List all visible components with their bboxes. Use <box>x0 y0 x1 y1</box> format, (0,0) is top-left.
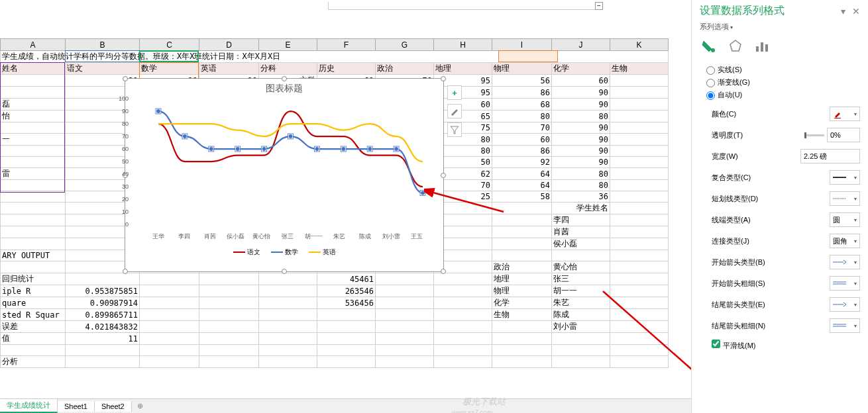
cell[interactable] <box>610 180 669 191</box>
cell[interactable]: 90 <box>552 157 610 168</box>
chart-add-element-button[interactable]: + <box>447 85 462 100</box>
radio-solid-line[interactable]: 实线(S) <box>706 65 860 75</box>
cell[interactable] <box>610 99 669 111</box>
analysis-label[interactable]: 分析 <box>1 356 66 368</box>
cell[interactable] <box>492 226 552 238</box>
col-header-J[interactable]: J <box>552 39 610 51</box>
cell[interactable]: 70 <box>492 122 552 134</box>
cell[interactable]: 李四 <box>552 214 610 226</box>
cell[interactable]: 90 <box>552 99 610 111</box>
arrow-end-size-dropdown[interactable]: ▾ <box>830 318 860 333</box>
cell[interactable]: 90 <box>552 122 610 134</box>
chart-title[interactable]: 图表标题 <box>125 79 443 99</box>
cell[interactable] <box>492 238 552 250</box>
col-header-E[interactable]: E <box>259 39 317 51</box>
col-header-H[interactable]: H <box>434 39 492 51</box>
cell[interactable]: 侯小磊 <box>552 238 610 250</box>
col-header-K[interactable]: K <box>610 39 669 51</box>
sheet-tab[interactable]: Sheet2 <box>95 401 132 412</box>
col-header-G[interactable]: G <box>376 39 434 51</box>
sheet-tab-active[interactable]: 学生成绩统计 <box>0 399 58 413</box>
cell[interactable]: 36 <box>552 191 610 203</box>
chart-lines[interactable] <box>145 99 430 231</box>
column-header[interactable]: 历史 <box>317 63 376 75</box>
column-header[interactable]: 姓名 <box>1 63 66 75</box>
resize-handle[interactable] <box>441 173 446 178</box>
arrow-end-type-dropdown[interactable]: ▾ <box>830 297 860 312</box>
width-input[interactable] <box>800 149 860 163</box>
dash-dropdown[interactable]: ▾ <box>830 191 860 206</box>
cell[interactable] <box>610 134 669 146</box>
cell[interactable] <box>610 87 669 99</box>
smooth-line-checkbox[interactable]: 平滑线(M) <box>712 342 756 349</box>
cell[interactable]: 92 <box>492 157 552 168</box>
cell[interactable]: 58 <box>492 191 552 203</box>
column-header[interactable]: 化学 <box>552 63 610 75</box>
panel-close-button[interactable]: ✕ <box>852 6 860 17</box>
cell[interactable]: 怡 <box>1 111 66 122</box>
cell[interactable] <box>610 157 669 168</box>
cell[interactable] <box>1 180 66 191</box>
cell[interactable] <box>1 75 66 87</box>
cell[interactable]: 90 <box>552 134 610 146</box>
subj[interactable]: 地理 <box>492 273 552 285</box>
cell[interactable] <box>610 111 669 122</box>
panel-dropdown[interactable]: ▾ <box>841 6 845 17</box>
column-header[interactable]: 分科 <box>259 63 317 75</box>
collapse-button[interactable]: − <box>595 2 603 10</box>
chart-legend[interactable]: 语文数学英语 <box>125 248 443 257</box>
cell[interactable] <box>610 146 669 157</box>
col-header-A[interactable]: A <box>1 39 66 51</box>
f-val[interactable]: 536456 <box>317 297 376 309</box>
cell[interactable]: 90 <box>552 87 610 99</box>
name-item[interactable]: 胡一一 <box>552 285 610 297</box>
cell[interactable]: 90 <box>552 146 610 157</box>
arrow-begin-size-dropdown[interactable]: ▾ <box>830 276 860 291</box>
cell[interactable]: 80 <box>552 180 610 191</box>
effects-icon[interactable] <box>726 37 745 56</box>
name-item[interactable]: 张三 <box>552 273 610 285</box>
cap-dropdown[interactable]: 圆▾ <box>830 212 860 227</box>
summary-label[interactable]: ARY OUTPUT <box>1 250 66 261</box>
cell[interactable] <box>1 122 66 134</box>
cell[interactable] <box>610 191 669 203</box>
fill-line-icon[interactable] <box>700 37 718 56</box>
column-header[interactable]: 数学 <box>140 63 199 75</box>
arrow-begin-type-dropdown[interactable]: ▾ <box>830 255 860 269</box>
cell[interactable]: 64 <box>492 180 552 191</box>
cell[interactable] <box>610 226 669 238</box>
join-dropdown[interactable]: 圆角▾ <box>830 234 860 248</box>
outline-collapse[interactable]: − <box>328 2 600 10</box>
add-sheet-button[interactable]: ⊕ <box>132 400 148 412</box>
compound-dropdown[interactable]: ▾ <box>830 170 860 185</box>
stat-label[interactable]: sted R Squar <box>1 309 66 321</box>
column-header[interactable]: 物理 <box>492 63 552 75</box>
name-list-header[interactable]: 学生姓名 <box>552 203 610 214</box>
series-options-dropdown[interactable]: 系列选项 <box>700 22 860 32</box>
radio-auto-line[interactable]: 自动(U) <box>706 90 860 100</box>
chart-object[interactable]: 图表标题 0102030405060708090100 王华李四肖茜侯小磊黄心怡… <box>125 78 444 272</box>
resize-handle[interactable] <box>123 76 128 81</box>
cell[interactable] <box>610 75 669 87</box>
column-header[interactable]: 政治 <box>376 63 434 75</box>
cell[interactable]: 肖茜 <box>552 226 610 238</box>
cell[interactable]: 80 <box>552 111 610 122</box>
cell[interactable] <box>1 191 66 203</box>
stat-val[interactable]: 4.021843832 <box>66 321 140 333</box>
cell[interactable]: 雷 <box>1 168 66 180</box>
subj[interactable]: 物理 <box>492 285 552 297</box>
regression-label[interactable]: 回归统计 <box>1 273 66 285</box>
cell[interactable] <box>1 157 66 168</box>
legend-item[interactable]: 英语 <box>309 248 336 257</box>
f-val[interactable]: 45461 <box>317 273 376 285</box>
transparency-input[interactable] <box>827 128 860 142</box>
cell[interactable]: 一 <box>1 134 66 146</box>
name-item[interactable]: 黄心怡 <box>552 261 610 273</box>
legend-item[interactable]: 数学 <box>271 248 298 257</box>
color-picker[interactable]: ▾ <box>830 107 860 121</box>
cell[interactable]: 86 <box>492 146 552 157</box>
column-header[interactable]: 地理 <box>434 63 492 75</box>
cell[interactable]: 80 <box>552 168 610 180</box>
subj[interactable]: 生物 <box>492 309 552 321</box>
resize-handle[interactable] <box>441 269 446 274</box>
